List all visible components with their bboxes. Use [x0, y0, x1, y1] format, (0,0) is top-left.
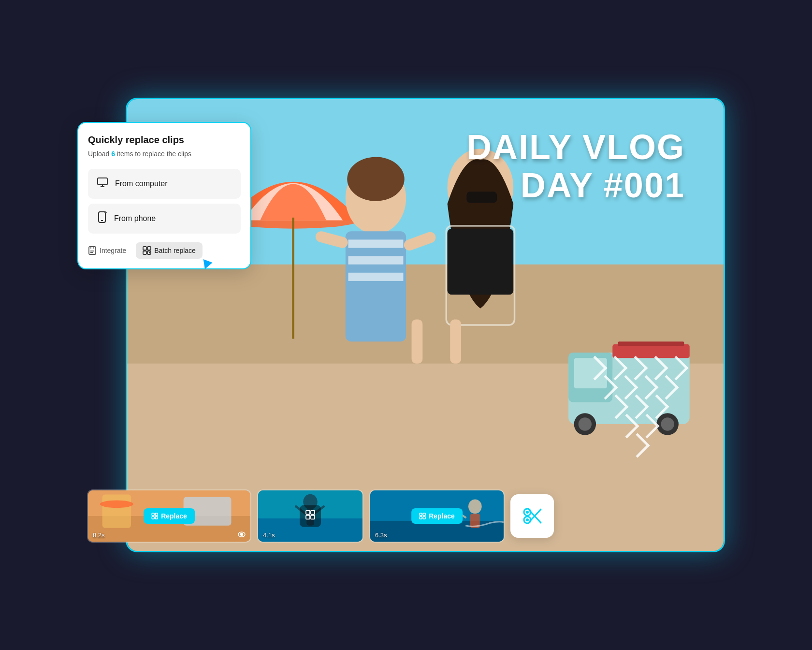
svg-rect-58 — [306, 511, 310, 515]
svg-rect-24 — [448, 229, 514, 295]
from-computer-button[interactable]: From computer — [88, 169, 241, 199]
svg-rect-67 — [420, 513, 422, 516]
clip-3: Replace 6.3s — [369, 489, 505, 543]
bottom-actions: Integrate Batch replace — [88, 238, 241, 259]
svg-rect-60 — [306, 516, 310, 519]
computer-icon — [97, 177, 108, 191]
svg-rect-47 — [155, 513, 158, 516]
replace-icon-2 — [300, 505, 321, 527]
svg-rect-34 — [89, 247, 96, 254]
svg-rect-28 — [450, 320, 461, 364]
svg-point-44 — [100, 500, 133, 508]
clip-1: Replace 8.2s — [87, 489, 251, 543]
svg-rect-68 — [423, 513, 425, 516]
svg-rect-39 — [143, 251, 146, 254]
svg-rect-13 — [612, 344, 689, 358]
svg-rect-43 — [102, 495, 131, 528]
batch-replace-button[interactable]: Batch replace — [136, 242, 203, 259]
clip-2-duration: 4.1s — [263, 532, 275, 539]
svg-rect-27 — [412, 320, 423, 364]
svg-rect-49 — [155, 517, 158, 519]
integrate-button[interactable]: Integrate — [88, 246, 126, 255]
vlog-title-line2: DAY #001 — [466, 166, 685, 205]
eye-icon-1 — [238, 531, 246, 539]
replace-label-3: Replace — [429, 512, 455, 520]
svg-rect-46 — [152, 513, 154, 516]
clip-1-duration: 8.2s — [93, 532, 105, 539]
from-phone-button[interactable]: From phone — [88, 204, 241, 234]
svg-rect-14 — [618, 341, 684, 346]
cursor-pointer — [200, 259, 212, 271]
svg-rect-37 — [143, 247, 146, 250]
vlog-title-line1: DAILY VLOG — [466, 128, 685, 166]
svg-point-75 — [526, 511, 529, 514]
popup-subtitle: Upload 6 items to replace the clips — [88, 149, 241, 159]
svg-rect-69 — [420, 517, 422, 519]
integrate-label: Integrate — [100, 247, 126, 254]
batch-replace-label: Batch replace — [154, 247, 196, 254]
svg-line-73 — [530, 511, 541, 523]
scissors-button[interactable] — [510, 494, 554, 538]
replace-badge-1[interactable]: Replace — [144, 508, 195, 524]
svg-rect-19 — [348, 273, 404, 281]
clip-3-duration: 6.3s — [375, 532, 387, 539]
timeline: Replace 8.2s — [87, 485, 735, 547]
svg-rect-70 — [423, 517, 425, 519]
svg-rect-38 — [147, 247, 151, 250]
replace-clips-popup: Quickly replace clips Upload 6 items to … — [77, 122, 251, 269]
svg-rect-17 — [348, 239, 404, 248]
clip-2: 4.1s — [257, 489, 363, 543]
subtitle-prefix: Upload — [88, 150, 111, 158]
svg-point-64 — [468, 500, 482, 514]
replace-label-1: Replace — [161, 512, 187, 520]
svg-rect-59 — [311, 511, 315, 515]
from-phone-label: From phone — [114, 214, 156, 223]
from-computer-label: From computer — [115, 179, 167, 188]
subtitle-count: 6 — [111, 150, 115, 158]
svg-point-51 — [241, 533, 243, 536]
svg-rect-61 — [311, 516, 315, 519]
subtitle-suffix: items to replace the clips — [115, 150, 191, 158]
svg-rect-63 — [370, 521, 504, 542]
svg-rect-29 — [98, 178, 107, 185]
svg-point-76 — [526, 518, 529, 521]
svg-rect-48 — [152, 517, 154, 519]
svg-rect-4 — [292, 218, 294, 339]
outer-wrapper: DAILY VLOG DAY #001 — [68, 59, 744, 591]
svg-rect-18 — [348, 256, 404, 265]
replace-badge-3[interactable]: Replace — [411, 508, 463, 524]
vlog-title: DAILY VLOG DAY #001 — [466, 128, 685, 205]
phone-icon — [97, 211, 107, 226]
chevrons-decoration — [586, 359, 685, 454]
svg-point-22 — [347, 157, 404, 201]
popup-title: Quickly replace clips — [88, 134, 241, 146]
svg-line-74 — [530, 509, 541, 521]
